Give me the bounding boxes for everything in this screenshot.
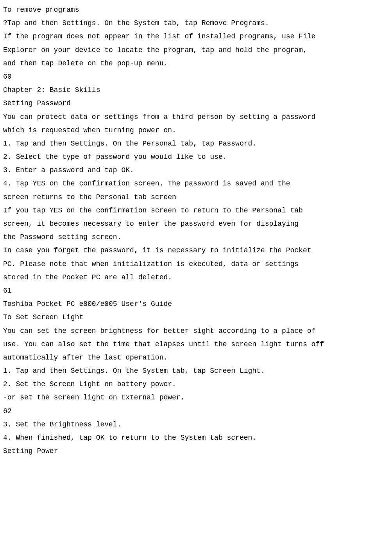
text-line: and then tap Delete on the pop-up menu. bbox=[3, 57, 389, 70]
text-line: Explorer on your device to locate the pr… bbox=[3, 43, 389, 57]
list-item: 1. Tap and then Settings. On the Persona… bbox=[3, 137, 389, 150]
text-line: To remove programs bbox=[3, 3, 389, 16]
section-heading: Setting Password bbox=[3, 97, 389, 110]
text-line: stored in the Pocket PC are all deleted. bbox=[3, 271, 389, 284]
text-line: -or set the screen light on External pow… bbox=[3, 391, 389, 404]
list-item: 2. Set the Screen Light on battery power… bbox=[3, 377, 389, 391]
text-line: the Password setting screen. bbox=[3, 230, 389, 244]
chapter-heading: Chapter 2: Basic Skills bbox=[3, 83, 389, 97]
page-number: 62 bbox=[3, 404, 389, 418]
list-item: 4. When finished, tap OK to return to th… bbox=[3, 431, 389, 444]
text-line: screen, it becomes necessary to enter th… bbox=[3, 217, 389, 230]
list-item: 2. Select the type of password you would… bbox=[3, 150, 389, 164]
text-line: use. You can also set the time that elap… bbox=[3, 338, 389, 351]
page-number: 61 bbox=[3, 284, 389, 297]
text-line: screen returns to the Personal tab scree… bbox=[3, 191, 389, 204]
text-line: ?Tap and then Settings. On the System ta… bbox=[3, 16, 389, 30]
text-line: In case you forget the password, it is n… bbox=[3, 244, 389, 257]
section-heading: To Set Screen Light bbox=[3, 311, 389, 324]
text-line: You can set the screen brightness for be… bbox=[3, 324, 389, 338]
section-heading: Setting Power bbox=[3, 444, 389, 458]
list-item: 3. Set the Brightness level. bbox=[3, 418, 389, 431]
text-line: automatically after the last operation. bbox=[3, 351, 389, 364]
list-item: 4. Tap YES on the confirmation screen. T… bbox=[3, 177, 389, 190]
text-line: You can protect data or settings from a … bbox=[3, 110, 389, 124]
text-line: If the program does not appear in the li… bbox=[3, 30, 389, 43]
text-line: If you tap YES on the confirmation scree… bbox=[3, 204, 389, 217]
document-body: To remove programs ?Tap and then Setting… bbox=[3, 3, 389, 458]
text-line: which is requested when turning power on… bbox=[3, 124, 389, 137]
page-number: 60 bbox=[3, 70, 389, 83]
text-line: PC. Please note that when initialization… bbox=[3, 257, 389, 271]
guide-title: Toshiba Pocket PC e800/e805 User's Guide bbox=[3, 297, 389, 311]
list-item: 3. Enter a password and tap OK. bbox=[3, 164, 389, 177]
list-item: 1. Tap and then Settings. On the System … bbox=[3, 364, 389, 377]
